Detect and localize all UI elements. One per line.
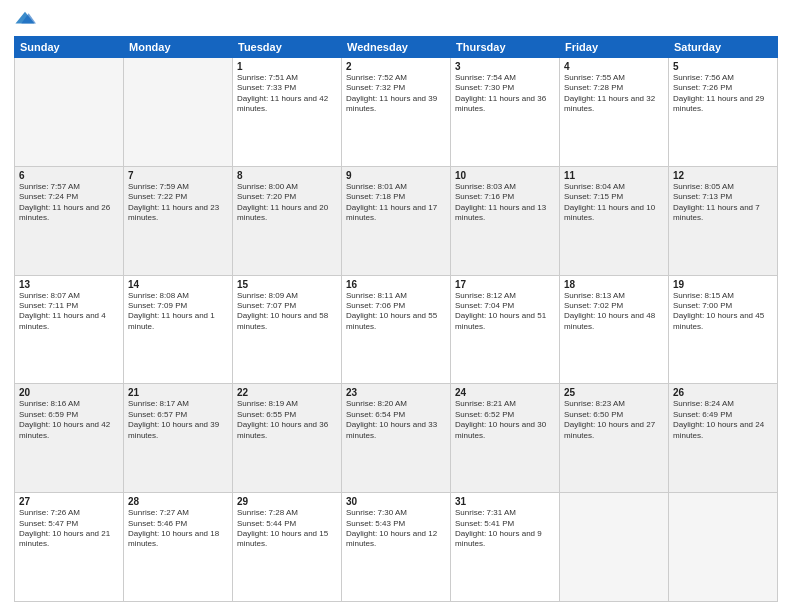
day-info: Sunrise: 7:56 AMSunset: 7:26 PMDaylight:… (673, 73, 773, 115)
day-cell: 20Sunrise: 8:16 AMSunset: 6:59 PMDayligh… (15, 384, 124, 493)
day-info: Sunrise: 7:54 AMSunset: 7:30 PMDaylight:… (455, 73, 555, 115)
day-info: Sunrise: 8:04 AMSunset: 7:15 PMDaylight:… (564, 182, 664, 224)
logo (14, 10, 40, 28)
day-number: 15 (237, 279, 337, 290)
day-info: Sunrise: 7:30 AMSunset: 5:43 PMDaylight:… (346, 508, 446, 550)
day-info: Sunrise: 8:07 AMSunset: 7:11 PMDaylight:… (19, 291, 119, 333)
day-number: 27 (19, 496, 119, 507)
day-cell: 1Sunrise: 7:51 AMSunset: 7:33 PMDaylight… (233, 58, 342, 167)
header-thursday: Thursday (451, 37, 560, 58)
day-number: 25 (564, 387, 664, 398)
day-cell: 26Sunrise: 8:24 AMSunset: 6:49 PMDayligh… (669, 384, 778, 493)
day-cell: 10Sunrise: 8:03 AMSunset: 7:16 PMDayligh… (451, 166, 560, 275)
week-row-3: 20Sunrise: 8:16 AMSunset: 6:59 PMDayligh… (15, 384, 778, 493)
day-info: Sunrise: 8:24 AMSunset: 6:49 PMDaylight:… (673, 399, 773, 441)
day-cell: 7Sunrise: 7:59 AMSunset: 7:22 PMDaylight… (124, 166, 233, 275)
day-number: 31 (455, 496, 555, 507)
day-cell: 9Sunrise: 8:01 AMSunset: 7:18 PMDaylight… (342, 166, 451, 275)
logo-icon (14, 10, 36, 28)
day-cell: 18Sunrise: 8:13 AMSunset: 7:02 PMDayligh… (560, 275, 669, 384)
day-info: Sunrise: 8:00 AMSunset: 7:20 PMDaylight:… (237, 182, 337, 224)
day-number: 30 (346, 496, 446, 507)
day-cell: 28Sunrise: 7:27 AMSunset: 5:46 PMDayligh… (124, 493, 233, 602)
week-row-4: 27Sunrise: 7:26 AMSunset: 5:47 PMDayligh… (15, 493, 778, 602)
day-number: 21 (128, 387, 228, 398)
day-cell: 2Sunrise: 7:52 AMSunset: 7:32 PMDaylight… (342, 58, 451, 167)
day-cell: 17Sunrise: 8:12 AMSunset: 7:04 PMDayligh… (451, 275, 560, 384)
day-info: Sunrise: 8:15 AMSunset: 7:00 PMDaylight:… (673, 291, 773, 333)
calendar: Sunday Monday Tuesday Wednesday Thursday… (14, 36, 778, 602)
day-info: Sunrise: 7:28 AMSunset: 5:44 PMDaylight:… (237, 508, 337, 550)
day-info: Sunrise: 8:03 AMSunset: 7:16 PMDaylight:… (455, 182, 555, 224)
day-number: 22 (237, 387, 337, 398)
day-cell: 27Sunrise: 7:26 AMSunset: 5:47 PMDayligh… (15, 493, 124, 602)
header (14, 10, 778, 28)
day-info: Sunrise: 7:57 AMSunset: 7:24 PMDaylight:… (19, 182, 119, 224)
day-info: Sunrise: 8:11 AMSunset: 7:06 PMDaylight:… (346, 291, 446, 333)
day-info: Sunrise: 8:12 AMSunset: 7:04 PMDaylight:… (455, 291, 555, 333)
header-sunday: Sunday (15, 37, 124, 58)
day-cell: 8Sunrise: 8:00 AMSunset: 7:20 PMDaylight… (233, 166, 342, 275)
day-cell (560, 493, 669, 602)
day-number: 3 (455, 61, 555, 72)
day-number: 4 (564, 61, 664, 72)
week-row-2: 13Sunrise: 8:07 AMSunset: 7:11 PMDayligh… (15, 275, 778, 384)
day-number: 23 (346, 387, 446, 398)
day-cell (124, 58, 233, 167)
page: Sunday Monday Tuesday Wednesday Thursday… (0, 0, 792, 612)
day-cell: 31Sunrise: 7:31 AMSunset: 5:41 PMDayligh… (451, 493, 560, 602)
header-tuesday: Tuesday (233, 37, 342, 58)
day-info: Sunrise: 7:27 AMSunset: 5:46 PMDaylight:… (128, 508, 228, 550)
week-row-0: 1Sunrise: 7:51 AMSunset: 7:33 PMDaylight… (15, 58, 778, 167)
day-cell: 25Sunrise: 8:23 AMSunset: 6:50 PMDayligh… (560, 384, 669, 493)
day-info: Sunrise: 8:23 AMSunset: 6:50 PMDaylight:… (564, 399, 664, 441)
day-cell: 5Sunrise: 7:56 AMSunset: 7:26 PMDaylight… (669, 58, 778, 167)
day-info: Sunrise: 8:20 AMSunset: 6:54 PMDaylight:… (346, 399, 446, 441)
day-cell: 19Sunrise: 8:15 AMSunset: 7:00 PMDayligh… (669, 275, 778, 384)
day-info: Sunrise: 7:52 AMSunset: 7:32 PMDaylight:… (346, 73, 446, 115)
day-number: 10 (455, 170, 555, 181)
day-cell: 16Sunrise: 8:11 AMSunset: 7:06 PMDayligh… (342, 275, 451, 384)
day-cell: 14Sunrise: 8:08 AMSunset: 7:09 PMDayligh… (124, 275, 233, 384)
day-number: 8 (237, 170, 337, 181)
day-info: Sunrise: 8:09 AMSunset: 7:07 PMDaylight:… (237, 291, 337, 333)
header-friday: Friday (560, 37, 669, 58)
day-number: 12 (673, 170, 773, 181)
day-number: 26 (673, 387, 773, 398)
day-number: 9 (346, 170, 446, 181)
day-cell: 13Sunrise: 8:07 AMSunset: 7:11 PMDayligh… (15, 275, 124, 384)
day-cell: 4Sunrise: 7:55 AMSunset: 7:28 PMDaylight… (560, 58, 669, 167)
day-cell: 23Sunrise: 8:20 AMSunset: 6:54 PMDayligh… (342, 384, 451, 493)
day-number: 11 (564, 170, 664, 181)
day-number: 29 (237, 496, 337, 507)
header-monday: Monday (124, 37, 233, 58)
day-cell: 11Sunrise: 8:04 AMSunset: 7:15 PMDayligh… (560, 166, 669, 275)
day-info: Sunrise: 7:51 AMSunset: 7:33 PMDaylight:… (237, 73, 337, 115)
header-saturday: Saturday (669, 37, 778, 58)
day-number: 2 (346, 61, 446, 72)
day-info: Sunrise: 8:01 AMSunset: 7:18 PMDaylight:… (346, 182, 446, 224)
day-cell: 24Sunrise: 8:21 AMSunset: 6:52 PMDayligh… (451, 384, 560, 493)
day-cell (669, 493, 778, 602)
day-cell: 12Sunrise: 8:05 AMSunset: 7:13 PMDayligh… (669, 166, 778, 275)
day-info: Sunrise: 7:59 AMSunset: 7:22 PMDaylight:… (128, 182, 228, 224)
day-number: 19 (673, 279, 773, 290)
day-cell: 29Sunrise: 7:28 AMSunset: 5:44 PMDayligh… (233, 493, 342, 602)
day-info: Sunrise: 7:31 AMSunset: 5:41 PMDaylight:… (455, 508, 555, 550)
day-info: Sunrise: 7:55 AMSunset: 7:28 PMDaylight:… (564, 73, 664, 115)
day-number: 5 (673, 61, 773, 72)
day-cell: 30Sunrise: 7:30 AMSunset: 5:43 PMDayligh… (342, 493, 451, 602)
day-info: Sunrise: 8:19 AMSunset: 6:55 PMDaylight:… (237, 399, 337, 441)
day-number: 16 (346, 279, 446, 290)
day-cell: 6Sunrise: 7:57 AMSunset: 7:24 PMDaylight… (15, 166, 124, 275)
day-number: 20 (19, 387, 119, 398)
day-number: 7 (128, 170, 228, 181)
day-cell: 3Sunrise: 7:54 AMSunset: 7:30 PMDaylight… (451, 58, 560, 167)
day-info: Sunrise: 8:13 AMSunset: 7:02 PMDaylight:… (564, 291, 664, 333)
day-info: Sunrise: 8:08 AMSunset: 7:09 PMDaylight:… (128, 291, 228, 333)
day-info: Sunrise: 8:16 AMSunset: 6:59 PMDaylight:… (19, 399, 119, 441)
header-wednesday: Wednesday (342, 37, 451, 58)
day-number: 1 (237, 61, 337, 72)
day-cell (15, 58, 124, 167)
day-number: 6 (19, 170, 119, 181)
